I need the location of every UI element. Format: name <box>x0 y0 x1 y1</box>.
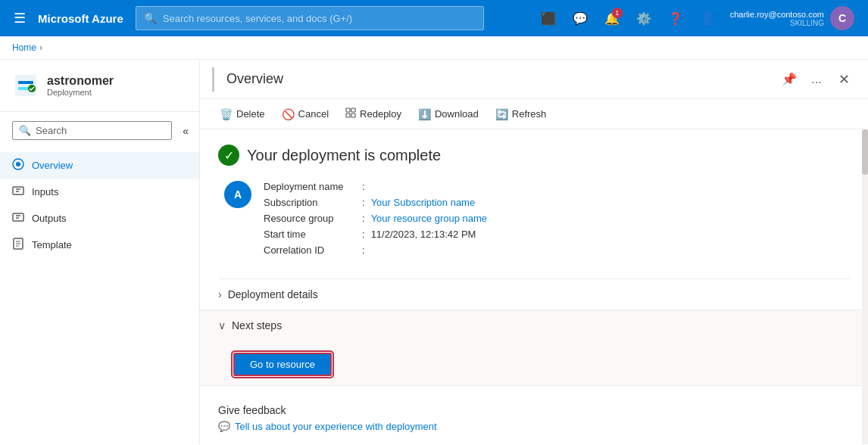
feedback-icon: 💬 <box>573 11 588 26</box>
settings-button[interactable]: ⚙️ <box>629 3 659 33</box>
field-sep-correlation-id: : <box>362 244 365 256</box>
notification-count: 1 <box>612 8 623 18</box>
pin-icon: 📌 <box>782 72 797 86</box>
main-layout: astronomer Deployment 🔍 Search « Overvie… <box>0 60 868 444</box>
svg-rect-19 <box>351 114 355 117</box>
next-steps-section: ∨ Next steps Go to resource <box>200 310 868 386</box>
sidebar: astronomer Deployment 🔍 Search « Overvie… <box>0 60 200 444</box>
go-to-resource-button[interactable]: Go to resource <box>233 353 332 376</box>
field-sep-name: : <box>362 181 365 192</box>
user-info: charlie.roy@contoso.com SKILLING <box>730 10 824 27</box>
next-steps-label: Next steps <box>232 319 282 331</box>
notifications-button[interactable]: 🔔 1 <box>597 3 627 33</box>
cloud-shell-button[interactable]: ⬛ <box>533 3 564 33</box>
refresh-icon: 🔄 <box>495 108 508 120</box>
sidebar-item-overview-label: Overview <box>32 160 73 171</box>
field-sep-subscription: : <box>362 197 365 208</box>
cancel-icon: 🚫 <box>282 108 295 120</box>
feedback-link-label: Tell us about your experience with deplo… <box>235 421 437 432</box>
delete-label: Delete <box>236 108 265 120</box>
field-value-start-time: 11/2/2023, 12:13:42 PM <box>371 229 476 240</box>
content-area: Overview 📌 ... ✕ 🗑️ Delete 🚫 Cancel <box>200 60 868 444</box>
field-row-correlation-id: Correlation ID : <box>264 244 850 256</box>
svg-rect-9 <box>13 213 23 221</box>
help-icon: ❓ <box>668 11 683 26</box>
field-label-subscription: Subscription <box>264 197 362 208</box>
sidebar-item-outputs[interactable]: Outputs <box>0 205 199 232</box>
sidebar-item-overview[interactable]: Overview <box>0 152 199 179</box>
sidebar-search-icon: 🔍 <box>19 125 31 136</box>
pin-button[interactable]: 📌 <box>777 67 801 92</box>
global-search[interactable]: 🔍 Search resources, services, and docs (… <box>136 6 484 30</box>
deployment-complete-banner: ✓ Your deployment is complete <box>218 145 850 166</box>
svg-point-5 <box>16 162 20 166</box>
field-row-name: Deployment name : <box>264 181 850 192</box>
svg-rect-2 <box>18 87 29 90</box>
redeploy-icon <box>345 107 356 120</box>
sidebar-search[interactable]: 🔍 Search <box>12 121 172 140</box>
title-divider <box>212 67 214 92</box>
more-icon: ... <box>811 73 821 86</box>
user-profile-button[interactable]: 👤 <box>692 3 723 33</box>
page-title: Overview <box>226 71 771 87</box>
sidebar-collapse-button[interactable]: « <box>178 123 193 138</box>
deployment-complete-title: Your deployment is complete <box>247 147 441 164</box>
resource-type: Deployment <box>47 88 114 97</box>
scrollbar-thumb[interactable] <box>862 129 868 175</box>
field-value-resource-group[interactable]: Your resource group name <box>371 213 487 224</box>
sidebar-item-inputs[interactable]: Inputs <box>0 179 199 205</box>
template-icon <box>12 238 24 252</box>
cancel-button[interactable]: 🚫 Cancel <box>274 104 336 124</box>
sidebar-item-template-label: Template <box>32 239 72 251</box>
user-email: charlie.roy@contoso.com <box>730 10 824 19</box>
feedback-link[interactable]: 💬 Tell us about your experience with dep… <box>218 421 850 432</box>
user-account[interactable]: charlie.roy@contoso.com SKILLING C <box>724 0 860 36</box>
close-button[interactable]: ✕ <box>832 67 856 92</box>
global-search-placeholder: Search resources, services, and docs (G+… <box>163 13 352 24</box>
breadcrumb-separator: › <box>39 42 42 53</box>
feedback-section: Give feedback 💬 Tell us about your exper… <box>218 404 850 432</box>
resource-icon <box>12 72 39 99</box>
sidebar-item-outputs-label: Outputs <box>32 213 67 224</box>
field-label-resource-group: Resource group <box>264 213 362 224</box>
help-button[interactable]: ❓ <box>660 3 691 33</box>
sidebar-item-template[interactable]: Template <box>0 232 199 258</box>
refresh-button[interactable]: 🔄 Refresh <box>488 104 554 124</box>
svg-rect-16 <box>346 108 350 112</box>
download-icon: ⬇️ <box>418 108 431 120</box>
breadcrumb-home[interactable]: Home <box>12 42 36 53</box>
download-button[interactable]: ⬇️ Download <box>411 104 486 124</box>
deployment-details-header[interactable]: › Deployment details <box>218 288 850 300</box>
field-label-name: Deployment name <box>264 181 362 192</box>
delete-button[interactable]: 🗑️ Delete <box>212 104 273 124</box>
field-label-start-time: Start time <box>264 229 362 240</box>
hamburger-menu[interactable]: ☰ <box>8 7 32 30</box>
cancel-label: Cancel <box>298 108 329 120</box>
user-icon: 👤 <box>700 11 715 26</box>
field-value-subscription[interactable]: Your Subscription name <box>371 197 476 208</box>
svg-rect-6 <box>13 187 23 194</box>
outputs-icon <box>12 211 24 226</box>
more-options-button[interactable]: ... <box>804 67 829 92</box>
overview-icon <box>12 158 24 173</box>
feedback-link-icon: 💬 <box>218 421 230 432</box>
user-subtitle: SKILLING <box>730 19 824 27</box>
next-steps-header[interactable]: ∨ Next steps <box>218 319 856 331</box>
sidebar-item-inputs-label: Inputs <box>32 186 58 198</box>
inputs-icon <box>12 185 24 199</box>
redeploy-button[interactable]: Redeploy <box>338 104 409 124</box>
field-sep-start-time: : <box>362 229 365 240</box>
settings-icon: ⚙️ <box>636 11 651 26</box>
content-body: ✓ Your deployment is complete A Deployme… <box>200 129 868 444</box>
refresh-label: Refresh <box>512 108 547 120</box>
delete-icon: 🗑️ <box>220 108 233 120</box>
deployment-details-section: › Deployment details <box>218 279 850 310</box>
chevron-down-icon: ∨ <box>218 319 226 331</box>
field-row-start-time: Start time : 11/2/2023, 12:13:42 PM <box>264 229 850 240</box>
deployment-resource-icon: A <box>224 181 251 208</box>
sidebar-search-placeholder: Search <box>36 125 67 136</box>
resource-name: astronomer <box>47 74 114 88</box>
search-icon: 🔍 <box>144 12 157 24</box>
scrollbar-track[interactable] <box>862 129 868 444</box>
feedback-button[interactable]: 💬 <box>565 3 595 33</box>
